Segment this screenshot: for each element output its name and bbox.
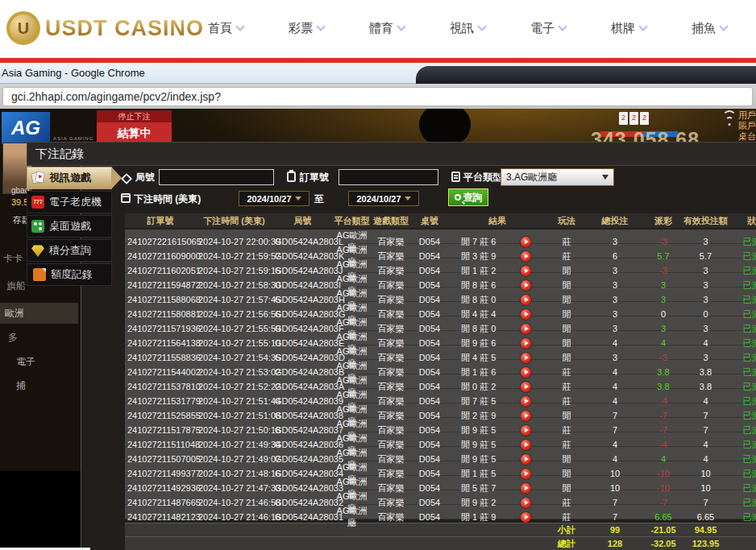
cell-play-method: 閒: [546, 453, 587, 465]
replay-play-icon[interactable]: [521, 469, 531, 479]
sidebar-item-label: 積分查詢: [49, 243, 91, 258]
cell-game-type: 百家樂: [371, 366, 411, 378]
cell-valid-bet: 4: [683, 396, 728, 406]
replay-play-icon[interactable]: [521, 367, 531, 378]
replay-play-icon[interactable]: [521, 512, 531, 523]
nav-item-捕魚[interactable]: 捕魚: [692, 21, 727, 36]
platform-select[interactable]: 3.AG歐洲廳: [501, 168, 614, 186]
replay-play-icon[interactable]: [521, 411, 531, 421]
nav-item-彩票[interactable]: 彩票: [289, 21, 324, 36]
replay-play-icon[interactable]: [521, 425, 531, 436]
replay-play-icon[interactable]: [521, 483, 531, 494]
cell-bet-time: 2024-10-27 21:59:57: [196, 251, 272, 261]
sidebar-item-電子老虎機[interactable]: 電子老虎機: [27, 191, 112, 213]
cell-total-bet: 7: [587, 411, 643, 420]
cell-total-bet: 6: [587, 251, 643, 261]
round-input[interactable]: [159, 169, 274, 185]
table-header-row: 訂單號下注時間 (美東)局號平台類型遊戲類型桌號結果玩法總投注派彩有效投注額狀態: [125, 213, 756, 228]
cell-status: 已派彩: [728, 395, 756, 407]
cell-valid-bet: 4: [683, 454, 728, 464]
date-to-picker[interactable]: 2024/10/27: [348, 191, 419, 206]
bet-records-table: 訂單號下注時間 (美東)局號平台類型遊戲類型桌號結果玩法總投注派彩有效投注額狀態…: [125, 213, 756, 550]
cell-valid-bet: 3: [683, 280, 728, 290]
cell-status: 已派彩: [728, 308, 756, 320]
cell-status: 已派彩: [728, 482, 756, 494]
cell-table-number: D054: [411, 280, 448, 290]
nav-item-首頁[interactable]: 首頁: [208, 21, 243, 36]
order-label: 訂單號: [300, 171, 329, 184]
column-header: 訂單號: [125, 215, 196, 227]
cell-total-bet: 3: [587, 237, 643, 246]
cell-table-number: D054: [411, 295, 448, 304]
cell-bet-time: 2024-10-27 21:49:07: [196, 454, 272, 464]
nav-item-體育[interactable]: 體育: [369, 21, 405, 36]
cell-table-number: D054: [411, 483, 448, 493]
cell-table-number: D054: [411, 454, 448, 464]
cell-round-number: GD05424A2803J: [272, 266, 333, 275]
cell-total-bet: 3: [587, 324, 643, 333]
cell-game-type: 百家樂: [371, 410, 411, 422]
replay-play-icon[interactable]: [521, 440, 531, 450]
search-button[interactable]: 查詢: [448, 188, 488, 206]
sidebar-item-桌面遊戲[interactable]: 桌面遊戲: [27, 215, 112, 238]
table-subtotal-row: 小計99-21.0594.95: [125, 523, 756, 536]
cell-bet-time: 2024-10-27 21:48:16: [196, 469, 272, 478]
cell-table-number: D054: [411, 251, 448, 261]
cell-round-number: GD05424A2803K: [272, 251, 333, 261]
cell-total-bet: 7: [587, 498, 643, 507]
replay-play-icon[interactable]: [521, 237, 531, 247]
wifi-icon: [722, 115, 737, 125]
cell-game-type: 百家樂: [371, 236, 411, 248]
cell-order-number: 241027211482123: [125, 512, 196, 522]
sidebar-item-積分查詢[interactable]: 積分查詢: [27, 239, 112, 262]
cell-total-bet: 4: [587, 367, 643, 377]
result-text: 閒 5 莊 7: [461, 482, 511, 494]
sidebar-item-視訊遊戲[interactable]: 視訊遊戲: [27, 167, 112, 189]
column-header: 結果: [448, 215, 546, 227]
sidebar-item-額度記錄[interactable]: 額度記錄: [27, 263, 112, 286]
replay-play-icon[interactable]: [521, 295, 531, 305]
cell-valid-bet: 7: [683, 425, 728, 435]
cell-game-type: 百家樂: [371, 395, 411, 407]
cell-bet-time: 2024-10-27 21:46:58: [196, 498, 272, 507]
replay-play-icon[interactable]: [521, 309, 531, 320]
replay-play-icon[interactable]: [521, 280, 531, 291]
replay-play-icon[interactable]: [521, 324, 531, 334]
chevron-down-icon: [397, 22, 405, 31]
date-from-picker[interactable]: 2024/10/27: [239, 191, 309, 206]
replay-play-icon[interactable]: [521, 353, 531, 363]
order-input[interactable]: [339, 169, 438, 185]
cell-bet-time: 2024-10-27 21:47:33: [196, 483, 272, 493]
browser-title-dark-shape: [416, 66, 756, 84]
replay-play-icon[interactable]: [521, 251, 531, 262]
replay-play-icon[interactable]: [521, 454, 531, 465]
cell-order-number: 241027211531779: [125, 396, 196, 406]
chevron-down-icon: [316, 22, 325, 31]
nav-item-電子[interactable]: 電子: [530, 21, 566, 36]
replay-play-icon[interactable]: [521, 498, 531, 508]
main-nav: 首頁彩票體育視訊電子棋牌捕魚: [185, 0, 750, 56]
cell-result: 閒 2 莊 9: [448, 410, 546, 422]
address-bar[interactable]: gci.2hhapi.com/agingame/pcv2/index.jsp?: [2, 87, 753, 106]
replay-play-icon[interactable]: [521, 382, 531, 392]
result-text: 閒 3 莊 9: [461, 250, 511, 263]
nav-item-視訊[interactable]: 視訊: [450, 21, 485, 36]
settling-label: 結算中: [97, 122, 172, 144]
result-text: 閒 1 莊 2: [461, 265, 511, 277]
cell-order-number: 241027211571936: [125, 324, 196, 333]
cell-status: 已派彩: [728, 250, 756, 263]
nav-item-棋牌[interactable]: 棋牌: [611, 21, 646, 36]
platform-list-icon: [451, 172, 460, 182]
cell-status: 已派彩: [728, 279, 756, 292]
site-header: USDT CASINO 首頁彩票體育視訊電子棋牌捕魚: [0, 0, 756, 58]
cell-table-number: D054: [411, 425, 448, 435]
replay-play-icon[interactable]: [521, 338, 531, 349]
cell-status: 已派彩: [728, 410, 756, 422]
cell-bet-time: 2024-10-27 21:51:08: [196, 411, 272, 420]
cell-game-type: 百家樂: [371, 453, 411, 465]
cell-round-number: GD05424A28039: [272, 396, 333, 406]
cell-valid-bet: 3: [683, 353, 728, 362]
replay-play-icon[interactable]: [521, 266, 531, 276]
replay-play-icon[interactable]: [521, 396, 531, 407]
bg-menu-euro-hall: 歐洲: [0, 303, 78, 324]
